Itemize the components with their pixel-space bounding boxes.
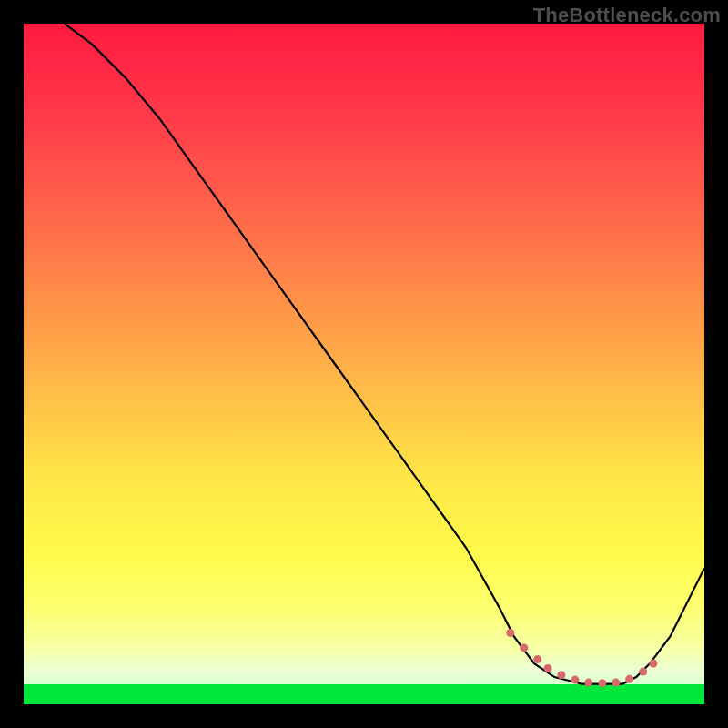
chart-stage: TheBottleneck.com	[0, 0, 728, 728]
valley-marker	[625, 675, 633, 683]
plot-area	[24, 24, 704, 704]
valley-marker	[520, 643, 528, 652]
curve-layer	[24, 24, 704, 704]
valley-marker	[612, 679, 620, 687]
valley-marker	[649, 660, 657, 668]
bottleneck-curve	[65, 24, 704, 684]
valley-marker	[533, 655, 541, 663]
valley-marker	[557, 671, 565, 679]
valley-marker	[598, 679, 606, 687]
valley-marker	[639, 668, 647, 676]
valley-marker	[544, 664, 552, 672]
valley-marker	[506, 629, 514, 637]
valley-marker	[584, 679, 592, 687]
valley-marker	[571, 676, 579, 684]
